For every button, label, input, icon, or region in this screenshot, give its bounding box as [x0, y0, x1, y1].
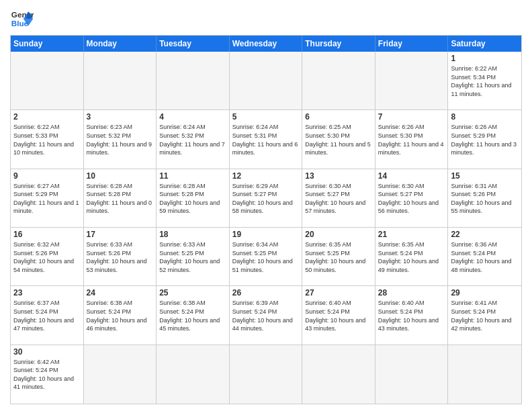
calendar-cell	[375, 52, 449, 109]
day-number: 8	[451, 112, 519, 122]
sun-info: Sunrise: 6:33 AMSunset: 5:25 PMDaylight:…	[159, 240, 226, 274]
header: General Blue	[10, 7, 522, 31]
calendar-cell: 30Sunrise: 6:42 AMSunset: 5:24 PMDayligh…	[11, 345, 84, 404]
calendar-cell: 5Sunrise: 6:24 AMSunset: 5:31 PMDaylight…	[230, 110, 303, 168]
calendar: SundayMondayTuesdayWednesdayThursdayFrid…	[10, 35, 522, 404]
sun-info: Sunrise: 6:29 AMSunset: 5:27 PMDaylight:…	[232, 182, 300, 216]
sun-info: Sunrise: 6:33 AMSunset: 5:26 PMDaylight:…	[87, 240, 154, 274]
calendar-cell	[84, 345, 157, 404]
calendar-cell: 2Sunrise: 6:22 AMSunset: 5:33 PMDaylight…	[11, 110, 84, 168]
day-number: 9	[13, 171, 81, 181]
calendar-cell: 17Sunrise: 6:33 AMSunset: 5:26 PMDayligh…	[84, 228, 157, 285]
calendar-cell: 15Sunrise: 6:31 AMSunset: 5:26 PMDayligh…	[448, 169, 521, 227]
calendar-cell: 11Sunrise: 6:28 AMSunset: 5:28 PMDayligh…	[157, 169, 230, 227]
header-day-monday: Monday	[84, 36, 157, 52]
sun-info: Sunrise: 6:39 AMSunset: 5:24 PMDaylight:…	[232, 299, 300, 332]
sun-info: Sunrise: 6:40 AMSunset: 5:24 PMDaylight:…	[378, 299, 445, 332]
calendar-body: 1Sunrise: 6:22 AMSunset: 5:34 PMDaylight…	[11, 52, 521, 404]
day-number: 3	[87, 112, 154, 122]
calendar-cell: 3Sunrise: 6:23 AMSunset: 5:32 PMDaylight…	[84, 110, 157, 168]
day-number: 21	[378, 230, 445, 239]
calendar-cell: 19Sunrise: 6:34 AMSunset: 5:25 PMDayligh…	[230, 228, 303, 285]
sun-info: Sunrise: 6:30 AMSunset: 5:27 PMDaylight:…	[305, 182, 372, 216]
sun-info: Sunrise: 6:25 AMSunset: 5:30 PMDaylight:…	[305, 123, 372, 156]
calendar-cell: 20Sunrise: 6:35 AMSunset: 5:25 PMDayligh…	[302, 228, 375, 285]
calendar-cell: 25Sunrise: 6:38 AMSunset: 5:24 PMDayligh…	[157, 286, 230, 344]
header-day-friday: Friday	[375, 36, 449, 52]
sun-info: Sunrise: 6:24 AMSunset: 5:32 PMDaylight:…	[159, 123, 226, 156]
sun-info: Sunrise: 6:42 AMSunset: 5:24 PMDaylight:…	[13, 358, 81, 392]
calendar-cell: 21Sunrise: 6:35 AMSunset: 5:24 PMDayligh…	[375, 228, 449, 285]
logo: General Blue	[10, 7, 34, 31]
week-row-1: 2Sunrise: 6:22 AMSunset: 5:33 PMDaylight…	[11, 110, 521, 169]
day-number: 10	[87, 171, 154, 181]
calendar-cell: 6Sunrise: 6:25 AMSunset: 5:30 PMDaylight…	[302, 110, 375, 168]
day-number: 7	[378, 112, 445, 122]
sun-info: Sunrise: 6:28 AMSunset: 5:28 PMDaylight:…	[87, 182, 154, 216]
sun-info: Sunrise: 6:28 AMSunset: 5:28 PMDaylight:…	[159, 182, 226, 216]
day-number: 13	[305, 171, 372, 181]
sun-info: Sunrise: 6:26 AMSunset: 5:30 PMDaylight:…	[378, 123, 445, 156]
day-number: 18	[159, 230, 226, 239]
day-number: 24	[87, 288, 154, 298]
sun-info: Sunrise: 6:36 AMSunset: 5:24 PMDaylight:…	[451, 240, 519, 274]
day-number: 14	[378, 171, 445, 181]
sun-info: Sunrise: 6:34 AMSunset: 5:25 PMDaylight:…	[232, 240, 300, 274]
day-number: 20	[305, 230, 372, 239]
week-row-4: 23Sunrise: 6:37 AMSunset: 5:24 PMDayligh…	[11, 286, 521, 345]
sun-info: Sunrise: 6:38 AMSunset: 5:24 PMDaylight:…	[87, 299, 154, 332]
header-day-sunday: Sunday	[11, 36, 84, 52]
header-day-thursday: Thursday	[302, 36, 375, 52]
calendar-cell: 16Sunrise: 6:32 AMSunset: 5:26 PMDayligh…	[11, 228, 84, 285]
day-number: 12	[232, 171, 300, 181]
week-row-2: 9Sunrise: 6:27 AMSunset: 5:29 PMDaylight…	[11, 169, 521, 228]
day-number: 1	[451, 54, 519, 63]
calendar-cell: 13Sunrise: 6:30 AMSunset: 5:27 PMDayligh…	[302, 169, 375, 227]
day-number: 4	[159, 112, 226, 122]
day-number: 28	[378, 288, 445, 298]
generalblue-logo-icon: General Blue	[10, 7, 34, 31]
calendar-cell: 18Sunrise: 6:33 AMSunset: 5:25 PMDayligh…	[157, 228, 230, 285]
calendar-cell	[302, 52, 375, 109]
sun-info: Sunrise: 6:35 AMSunset: 5:25 PMDaylight:…	[305, 240, 372, 274]
day-number: 15	[451, 171, 519, 181]
calendar-cell	[157, 345, 230, 404]
day-number: 23	[13, 288, 81, 298]
day-number: 5	[232, 112, 300, 122]
calendar-cell: 7Sunrise: 6:26 AMSunset: 5:30 PMDaylight…	[375, 110, 449, 168]
day-number: 22	[451, 230, 519, 239]
calendar-cell: 9Sunrise: 6:27 AMSunset: 5:29 PMDaylight…	[11, 169, 84, 227]
calendar-cell: 27Sunrise: 6:40 AMSunset: 5:24 PMDayligh…	[302, 286, 375, 344]
sun-info: Sunrise: 6:31 AMSunset: 5:26 PMDaylight:…	[451, 182, 519, 216]
calendar-cell	[230, 345, 303, 404]
sun-info: Sunrise: 6:37 AMSunset: 5:24 PMDaylight:…	[13, 299, 81, 332]
sun-info: Sunrise: 6:23 AMSunset: 5:32 PMDaylight:…	[87, 123, 154, 156]
sun-info: Sunrise: 6:40 AMSunset: 5:24 PMDaylight:…	[305, 299, 372, 332]
sun-info: Sunrise: 6:27 AMSunset: 5:29 PMDaylight:…	[13, 182, 81, 216]
day-number: 26	[232, 288, 300, 298]
sun-info: Sunrise: 6:41 AMSunset: 5:24 PMDaylight:…	[451, 299, 519, 332]
calendar-header: SundayMondayTuesdayWednesdayThursdayFrid…	[11, 36, 521, 52]
day-number: 19	[232, 230, 300, 239]
calendar-cell	[375, 345, 449, 404]
sun-info: Sunrise: 6:32 AMSunset: 5:26 PMDaylight:…	[13, 240, 81, 274]
header-day-tuesday: Tuesday	[157, 36, 230, 52]
calendar-cell: 8Sunrise: 6:26 AMSunset: 5:29 PMDaylight…	[448, 110, 521, 168]
calendar-cell: 22Sunrise: 6:36 AMSunset: 5:24 PMDayligh…	[448, 228, 521, 285]
day-number: 27	[305, 288, 372, 298]
sun-info: Sunrise: 6:22 AMSunset: 5:33 PMDaylight:…	[13, 123, 81, 156]
day-number: 2	[13, 112, 81, 122]
header-day-wednesday: Wednesday	[230, 36, 303, 52]
sun-info: Sunrise: 6:22 AMSunset: 5:34 PMDaylight:…	[451, 64, 519, 98]
calendar-cell: 4Sunrise: 6:24 AMSunset: 5:32 PMDaylight…	[157, 110, 230, 168]
calendar-cell: 12Sunrise: 6:29 AMSunset: 5:27 PMDayligh…	[230, 169, 303, 227]
calendar-cell	[157, 52, 230, 109]
calendar-cell: 14Sunrise: 6:30 AMSunset: 5:27 PMDayligh…	[375, 169, 449, 227]
day-number: 16	[13, 230, 81, 239]
calendar-cell: 28Sunrise: 6:40 AMSunset: 5:24 PMDayligh…	[375, 286, 449, 344]
calendar-cell	[11, 52, 84, 109]
day-number: 17	[87, 230, 154, 239]
calendar-cell: 23Sunrise: 6:37 AMSunset: 5:24 PMDayligh…	[11, 286, 84, 344]
sun-info: Sunrise: 6:26 AMSunset: 5:29 PMDaylight:…	[451, 123, 519, 156]
week-row-3: 16Sunrise: 6:32 AMSunset: 5:26 PMDayligh…	[11, 228, 521, 286]
